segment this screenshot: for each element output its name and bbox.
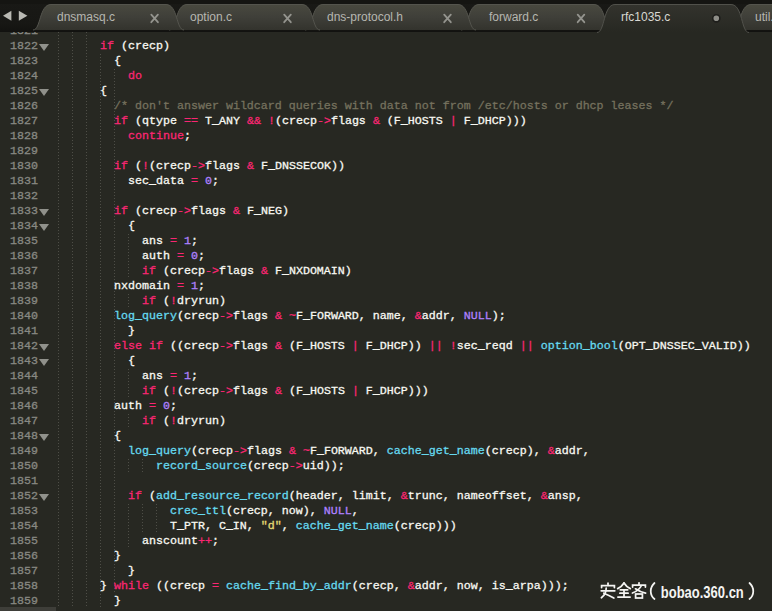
svg-text:bobao.360.cn: bobao.360.cn [661, 583, 744, 602]
svg-text:rfc1035.c: rfc1035.c [621, 10, 670, 24]
svg-text:forward.c: forward.c [489, 10, 538, 24]
svg-text:dns-protocol.h: dns-protocol.h [327, 10, 403, 24]
svg-text:util.c: util.c [755, 10, 772, 24]
svg-text:dnsmasq.c: dnsmasq.c [57, 10, 115, 24]
svg-text:option.c: option.c [190, 10, 232, 24]
